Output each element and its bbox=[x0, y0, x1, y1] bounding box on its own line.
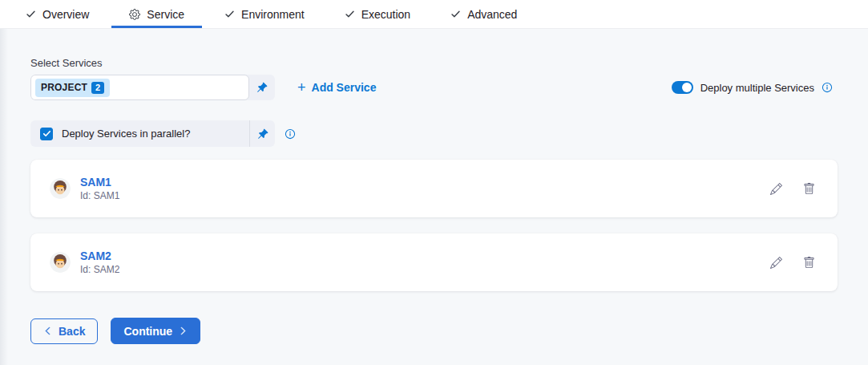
check-icon bbox=[224, 9, 235, 19]
service-card: SAM1 Id: SAM1 bbox=[30, 160, 838, 217]
tab-label: Service bbox=[147, 8, 184, 21]
add-service-label: Add Service bbox=[312, 81, 377, 94]
pin-icon[interactable] bbox=[250, 128, 275, 140]
services-multiselect[interactable]: PROJECT 2 bbox=[30, 75, 275, 100]
tab-service[interactable]: Service bbox=[111, 0, 202, 28]
edit-pencil-icon[interactable] bbox=[770, 257, 782, 269]
project-chip-label: PROJECT bbox=[41, 82, 87, 93]
toggle-knob bbox=[682, 83, 692, 92]
tab-advanced[interactable]: Advanced bbox=[433, 0, 535, 28]
service-step-content: Select Services PROJECT 2 + Add Service … bbox=[0, 29, 868, 365]
service-meta: SAM2 Id: SAM2 bbox=[80, 249, 119, 275]
service-name-link[interactable]: SAM1 bbox=[80, 176, 119, 189]
plus-icon: + bbox=[297, 80, 306, 95]
parallel-row: Deploy Services in parallel? bbox=[30, 120, 838, 147]
service-id: Id: SAM1 bbox=[80, 190, 119, 201]
service-cards: SAM1 Id: SAM1 SAM2 Id: SAM2 bbox=[30, 160, 838, 291]
tab-environment[interactable]: Environment bbox=[207, 0, 322, 28]
deploy-multiple-toggle[interactable] bbox=[672, 81, 693, 94]
back-button-label: Back bbox=[59, 325, 85, 338]
project-chip[interactable]: PROJECT 2 bbox=[35, 79, 110, 97]
info-icon[interactable] bbox=[285, 128, 296, 140]
chevron-left-icon bbox=[43, 325, 52, 338]
card-actions bbox=[770, 257, 815, 269]
service-avatar bbox=[50, 178, 71, 199]
continue-button[interactable]: Continue bbox=[111, 318, 200, 344]
parallel-checkbox[interactable] bbox=[40, 128, 53, 140]
service-name-link[interactable]: SAM2 bbox=[80, 249, 119, 262]
check-icon bbox=[345, 9, 355, 19]
tab-label: Execution bbox=[361, 8, 410, 21]
parallel-label: Deploy Services in parallel? bbox=[62, 128, 190, 140]
delete-trash-icon[interactable] bbox=[803, 183, 815, 195]
check-icon bbox=[26, 9, 36, 19]
tab-execution[interactable]: Execution bbox=[327, 0, 428, 28]
services-input[interactable]: PROJECT 2 bbox=[30, 75, 249, 100]
card-actions bbox=[770, 183, 815, 195]
back-button[interactable]: Back bbox=[30, 318, 98, 344]
services-row: PROJECT 2 + Add Service Deploy multiple … bbox=[30, 75, 838, 100]
parallel-checkbox-row[interactable]: Deploy Services in parallel? bbox=[30, 120, 275, 147]
tab-label: Advanced bbox=[467, 8, 517, 21]
tab-label: Environment bbox=[241, 8, 305, 21]
add-service-button[interactable]: + Add Service bbox=[297, 80, 376, 95]
service-id: Id: SAM2 bbox=[80, 264, 119, 275]
gear-icon bbox=[129, 9, 140, 20]
check-icon bbox=[450, 9, 461, 19]
delete-trash-icon[interactable] bbox=[803, 257, 815, 269]
info-icon[interactable] bbox=[822, 82, 833, 93]
tab-overview[interactable]: Overview bbox=[8, 0, 107, 28]
select-services-label: Select Services bbox=[30, 57, 838, 69]
footer-actions: Back Continue bbox=[30, 318, 838, 344]
service-avatar bbox=[50, 252, 71, 273]
chevron-right-icon bbox=[179, 325, 188, 338]
continue-button-label: Continue bbox=[123, 325, 172, 338]
deploy-multiple-group: Deploy multiple Services bbox=[672, 81, 833, 94]
project-chip-count-badge: 2 bbox=[91, 82, 104, 94]
edit-pencil-icon[interactable] bbox=[770, 183, 782, 195]
service-meta: SAM1 Id: SAM1 bbox=[80, 176, 119, 201]
step-tabbar: Overview Service Environment Execution A… bbox=[0, 0, 868, 29]
tab-label: Overview bbox=[42, 8, 89, 21]
pin-icon[interactable] bbox=[249, 75, 275, 100]
service-card: SAM2 Id: SAM2 bbox=[30, 233, 838, 291]
deploy-multiple-label: Deploy multiple Services bbox=[700, 82, 814, 94]
